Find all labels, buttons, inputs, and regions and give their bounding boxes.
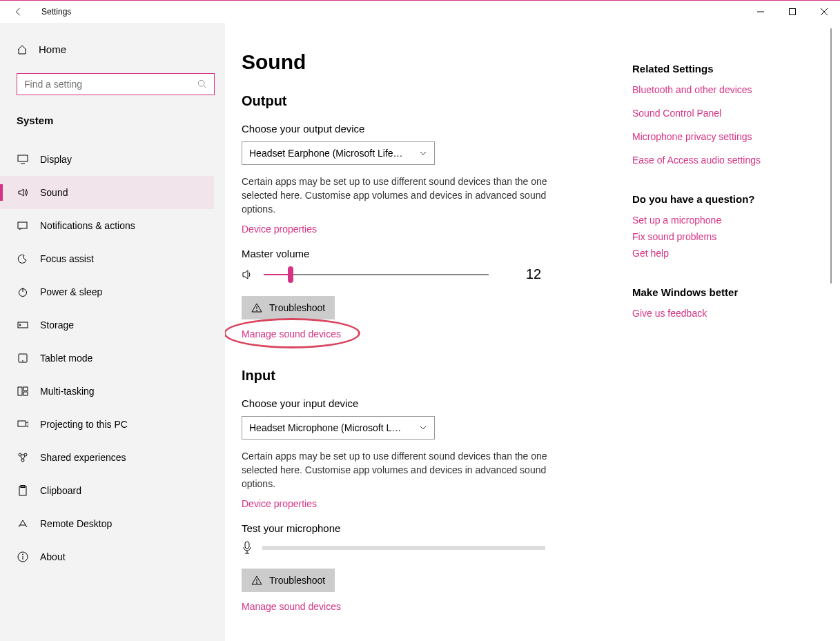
volume-slider[interactable] [264, 274, 489, 275]
sidebar-item-label: Projecting to this PC [40, 419, 128, 430]
display-icon [17, 155, 29, 164]
mic-test-row [242, 541, 612, 555]
microphone-icon [242, 541, 253, 555]
svg-point-34 [257, 583, 257, 584]
chevron-down-icon [419, 149, 427, 157]
sidebar-item-label: Notifications & actions [40, 220, 135, 231]
sidebar-item-label: Power & sleep [40, 286, 102, 297]
close-button[interactable] [808, 1, 840, 23]
close-icon [821, 8, 828, 15]
output-description: Certain apps may be set up to use differ… [242, 175, 552, 216]
svg-rect-8 [18, 222, 27, 228]
related-link-ease-of-access[interactable]: Ease of Access audio settings [632, 155, 805, 166]
back-button[interactable] [11, 5, 25, 19]
input-device-properties-link[interactable]: Device properties [242, 498, 317, 509]
sidebar-item-clipboard[interactable]: Clipboard [0, 474, 214, 507]
output-device-label: Choose your output device [242, 123, 612, 135]
projecting-icon [17, 420, 29, 429]
window-title: Settings [41, 7, 71, 17]
input-device-dropdown[interactable]: Headset Microphone (Microsoft L… [242, 416, 435, 440]
master-volume-label: Master volume [242, 248, 612, 259]
sidebar-item-focus-assist[interactable]: Focus assist [0, 242, 214, 275]
help-link-get-help[interactable]: Get help [632, 248, 805, 259]
focus-assist-icon [17, 253, 29, 264]
sidebar-item-shared-experiences[interactable]: Shared experiences [0, 441, 214, 474]
svg-point-20 [24, 453, 27, 456]
notifications-icon [17, 221, 29, 230]
svg-rect-17 [23, 392, 28, 395]
input-description: Certain apps may be set up to use differ… [242, 449, 552, 491]
remote-desktop-icon [17, 519, 29, 529]
search-icon [197, 79, 207, 89]
sidebar-item-label: Storage [40, 319, 74, 331]
input-troubleshoot-button[interactable]: Troubleshoot [242, 569, 335, 592]
svg-rect-6 [18, 155, 28, 161]
related-link-bluetooth[interactable]: Bluetooth and other devices [632, 84, 805, 95]
related-link-sound-control-panel[interactable]: Sound Control Panel [632, 108, 805, 119]
question-heading: Do you have a question? [632, 193, 805, 205]
speaker-icon [242, 269, 254, 280]
window-controls [745, 1, 840, 23]
storage-icon [17, 320, 29, 330]
warning-icon [251, 575, 262, 586]
sidebar-item-label: Sound [40, 187, 68, 198]
search-input[interactable] [24, 79, 197, 90]
sidebar-item-tablet-mode[interactable]: Tablet mode [0, 342, 214, 375]
output-manage-sound-devices-link[interactable]: Manage sound devices [242, 328, 341, 339]
make-windows-better-heading: Make Windows better [632, 286, 805, 298]
svg-point-21 [21, 459, 24, 462]
output-device-dropdown[interactable]: Headset Earphone (Microsoft Life… [242, 141, 435, 165]
sidebar-item-label: Multi-tasking [40, 386, 95, 397]
output-heading: Output [242, 93, 612, 109]
sidebar-item-power-sleep[interactable]: Power & sleep [0, 275, 214, 308]
svg-rect-1 [790, 9, 796, 15]
warning-icon [251, 302, 262, 313]
svg-point-27 [23, 554, 23, 555]
sound-icon [17, 188, 29, 197]
page-title: Sound [242, 50, 612, 74]
output-device-value: Headset Earphone (Microsoft Life… [249, 148, 403, 159]
sidebar-item-about[interactable]: About [0, 540, 214, 573]
sidebar-item-display[interactable]: Display [0, 143, 214, 176]
sidebar-item-storage[interactable]: Storage [0, 308, 214, 342]
sidebar-item-label: Tablet mode [40, 353, 92, 364]
troubleshoot-label: Troubleshoot [269, 302, 325, 313]
sidebar-item-projecting[interactable]: Projecting to this PC [0, 408, 214, 441]
home-label: Home [39, 43, 66, 55]
svg-point-4 [198, 80, 204, 86]
sidebar-item-multitasking[interactable]: Multi-tasking [0, 375, 214, 408]
home-button[interactable]: Home [17, 39, 214, 59]
sidebar-section-label: System [17, 115, 214, 126]
maximize-button[interactable] [776, 1, 808, 23]
output-device-properties-link[interactable]: Device properties [242, 224, 317, 235]
volume-value: 12 [526, 266, 541, 282]
output-troubleshoot-button[interactable]: Troubleshoot [242, 296, 335, 319]
minimize-button[interactable] [745, 1, 776, 23]
sidebar-item-notifications[interactable]: Notifications & actions [0, 209, 214, 242]
related-link-microphone-privacy[interactable]: Microphone privacy settings [632, 131, 805, 142]
svg-point-29 [257, 310, 257, 311]
sidebar-item-label: Focus assist [40, 253, 94, 264]
search-box[interactable] [17, 73, 215, 95]
sidebar-item-sound[interactable]: Sound [0, 176, 214, 209]
sidebar-item-label: Clipboard [40, 485, 81, 496]
tablet-icon [17, 353, 29, 363]
sidebar-item-remote-desktop[interactable]: Remote Desktop [0, 507, 214, 540]
help-link-fix-sound[interactable]: Fix sound problems [632, 231, 805, 242]
troubleshoot-label: Troubleshoot [269, 575, 325, 586]
scrollbar[interactable] [830, 28, 832, 284]
svg-rect-30 [245, 542, 249, 549]
feedback-link[interactable]: Give us feedback [632, 308, 805, 319]
svg-point-19 [19, 453, 21, 456]
volume-slider-thumb[interactable] [288, 266, 293, 283]
input-manage-sound-devices-link[interactable]: Manage sound devices [242, 601, 341, 612]
help-link-setup-microphone[interactable]: Set up a microphone [632, 215, 805, 226]
sidebar-item-label: Shared experiences [40, 452, 126, 463]
minimize-icon [757, 8, 764, 15]
sidebar: Home System Display Sound Notifications … [0, 23, 225, 641]
multitasking-icon [17, 386, 29, 396]
home-icon [17, 44, 28, 55]
maximize-icon [789, 8, 796, 15]
sidebar-item-label: About [40, 551, 66, 562]
clipboard-icon [17, 485, 29, 496]
